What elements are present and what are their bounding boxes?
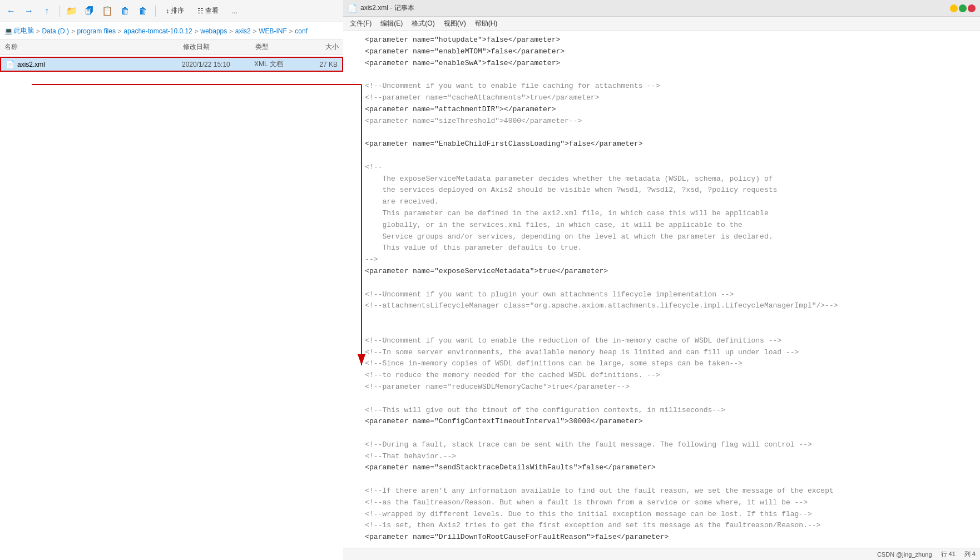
- breadcrumb-drive[interactable]: Data (D:): [42, 27, 69, 35]
- code-line: [348, 150, 976, 162]
- view-button[interactable]: ☷ 查看: [193, 4, 223, 17]
- code-line: <parameter name="EnableChildFirstClassLo…: [348, 138, 976, 150]
- code-line: [348, 69, 976, 81]
- notepad-titlebar: 📄 axis2.xml - 记事本: [343, 0, 980, 17]
- code-line: The exposeServiceMetadata parameter deci…: [348, 174, 976, 185]
- back-icon[interactable]: ←: [4, 4, 18, 18]
- maximize-button[interactable]: [959, 4, 967, 12]
- code-line: <!--Uncomment if you want to enable file…: [348, 81, 976, 92]
- breadcrumb-tomcat[interactable]: apache-tomcat-10.0.12: [123, 27, 192, 35]
- menu-help[interactable]: 帮助(H): [471, 17, 502, 30]
- col-header-size[interactable]: 大小: [300, 42, 339, 52]
- code-line: <!--: [348, 162, 976, 174]
- code-line: -->: [348, 254, 976, 266]
- notepad-window: 📄 axis2.xml - 记事本 文件(F) 编辑(E) 格式(O) 视图(V…: [343, 0, 980, 560]
- view-icon: ☷: [197, 7, 204, 15]
- code-line: <!--as the faultreason/Reason. But when …: [348, 497, 976, 509]
- more-button[interactable]: ...: [227, 6, 242, 17]
- code-line: [348, 277, 976, 289]
- code-line: Service groups and/or services, dependin…: [348, 231, 976, 243]
- menu-edit[interactable]: 编辑(E): [376, 17, 407, 30]
- code-line: are received.: [348, 196, 976, 208]
- up-icon[interactable]: ↑: [40, 4, 53, 18]
- code-line: the services deployed on Axis2 should be…: [348, 185, 976, 196]
- sort-icon: ↕: [166, 7, 169, 15]
- code-line: <!--If there aren't any information avai…: [348, 485, 976, 497]
- code-line: This value of this parameter defaults to…: [348, 242, 976, 254]
- code-line: <!--This will give out the timout of the…: [348, 405, 976, 417]
- notepad-menubar: 文件(F) 编辑(E) 格式(O) 视图(V) 帮助(H): [343, 17, 980, 31]
- file-list: 📄 axis2.xml 2020/1/22 15:10 XML 文档 27 KB: [0, 54, 343, 560]
- line-indicator: 行 41: [941, 550, 956, 558]
- code-line: <!--to reduce the memory needed for the …: [348, 370, 976, 381]
- file-type: XML 文档: [254, 60, 299, 69]
- breadcrumb-programfiles[interactable]: program files: [77, 27, 116, 35]
- cut-icon[interactable]: 🗑: [118, 4, 132, 18]
- code-line: <!--parameter name="cacheAttachments">tr…: [348, 92, 976, 104]
- code-line: <parameter name="sendStacktraceDetailsWi…: [348, 462, 976, 474]
- menu-file[interactable]: 文件(F): [345, 17, 376, 30]
- breadcrumb-computer[interactable]: 💻 此电脑: [4, 26, 34, 36]
- code-line: <!--Uncomment if you want to plugin your…: [348, 289, 976, 301]
- more-label: ...: [232, 7, 237, 15]
- code-line: <!--That behavior.-->: [348, 451, 976, 463]
- new-folder-icon[interactable]: 📁: [65, 4, 78, 18]
- separator-1: [59, 6, 60, 17]
- xml-file-icon: 📄: [6, 60, 15, 69]
- file-name: 📄 axis2.xml: [6, 60, 182, 69]
- menu-view[interactable]: 视图(V): [439, 17, 471, 30]
- menu-format[interactable]: 格式(O): [407, 17, 439, 30]
- breadcrumb-axis2[interactable]: axis2: [235, 27, 251, 35]
- code-line: [348, 312, 976, 324]
- code-line: <parameter name="enableMTOM">false</para…: [348, 46, 976, 58]
- close-button[interactable]: [968, 4, 976, 12]
- code-line: [348, 428, 976, 439]
- code-line: <parameter name="hotupdate">false</param…: [348, 34, 976, 46]
- code-line: [348, 474, 976, 485]
- file-explorer: ← → ↑ 📁 🗐 📋 🗑 🗑 ↕ 排序 ☷ 查看 ... 💻 此电脑 > Da…: [0, 0, 344, 560]
- file-list-header: 名称 修改日期 类型 大小: [0, 40, 343, 54]
- csdn-attribution: CSDN @jing_zhung: [877, 551, 932, 558]
- code-line: <parameter name="DrillDownToRootCauseFor…: [348, 532, 976, 543]
- code-line: [348, 324, 976, 335]
- forward-icon[interactable]: →: [22, 4, 36, 18]
- computer-icon: 💻: [4, 27, 13, 35]
- address-bar: 💻 此电脑 > Data (D:) > program files > apac…: [0, 22, 343, 40]
- breadcrumb-webinf[interactable]: WEB-INF: [259, 27, 287, 35]
- file-row[interactable]: 📄 axis2.xml 2020/1/22 15:10 XML 文档 27 KB: [0, 57, 343, 72]
- separator-2: [155, 6, 156, 17]
- notepad-statusbar: CSDN @jing_zhung 行 41 列 4: [343, 548, 980, 560]
- breadcrumb-conf[interactable]: conf: [295, 27, 308, 35]
- sort-label: 排序: [171, 6, 184, 16]
- minimize-button[interactable]: [950, 4, 958, 12]
- code-line: globally, or in the services.xml files, …: [348, 220, 976, 231]
- code-line: <!--In some server environments, the ava…: [348, 347, 976, 359]
- code-line: This parameter can be defined in the axi…: [348, 208, 976, 220]
- sort-button[interactable]: ↕ 排序: [161, 4, 189, 17]
- col-header-date[interactable]: 修改日期: [183, 42, 255, 52]
- delete-icon[interactable]: 🗑: [136, 4, 150, 18]
- file-size: 27 KB: [299, 61, 338, 68]
- code-line: [348, 127, 976, 138]
- notepad-content[interactable]: <parameter name="hotupdate">false</param…: [343, 31, 980, 548]
- file-date: 2020/1/22 15:10: [182, 61, 254, 68]
- col-header-type[interactable]: 类型: [255, 42, 300, 52]
- view-label: 查看: [205, 6, 219, 16]
- copy-icon[interactable]: 🗐: [83, 4, 96, 18]
- col-header-name[interactable]: 名称: [4, 42, 183, 52]
- code-line: <!--is set, then Axis2 tries to get the …: [348, 520, 976, 532]
- code-line: <!--parameter name="reduceWSDLMemoryCach…: [348, 381, 976, 393]
- notepad-title: axis2.xml - 记事本: [360, 3, 414, 13]
- notepad-icon: 📄: [348, 4, 357, 13]
- paste-icon[interactable]: 📋: [101, 4, 114, 18]
- breadcrumb-webapps[interactable]: webapps: [200, 27, 227, 35]
- code-line: [348, 393, 976, 405]
- code-line: <parameter name="exposeServiceMetadata">…: [348, 266, 976, 277]
- code-line: <parameter name="ConfigContextTimeoutInt…: [348, 416, 976, 428]
- code-line: [348, 543, 976, 548]
- code-line: <parameter name="sizeThreshold">4000</pa…: [348, 116, 976, 127]
- explorer-toolbar: ← → ↑ 📁 🗐 📋 🗑 🗑 ↕ 排序 ☷ 查看 ...: [0, 0, 343, 22]
- code-line: <parameter name="attachmentDIR"></parame…: [348, 104, 976, 116]
- code-line: <!--Uncomment if you want to enable the …: [348, 335, 976, 347]
- window-controls: [950, 4, 976, 12]
